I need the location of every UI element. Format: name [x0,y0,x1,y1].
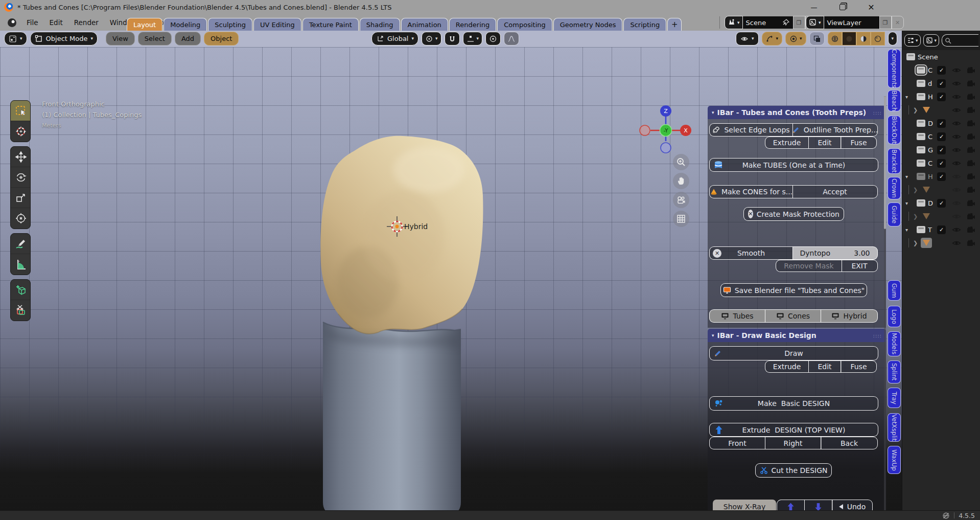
shading-wireframe-button[interactable] [828,32,842,46]
tab-components[interactable]: Components [888,49,901,88]
tab-logo[interactable]: Logo [888,306,901,327]
panel-tooth-preps-header[interactable]: ▾ IBar - Tubes and Cones (Tooth Preps) :… [708,106,886,119]
tooth-model[interactable] [307,129,496,510]
exclude-checkbox[interactable]: ✓ [937,225,946,234]
eye-closed-icon[interactable] [952,173,961,180]
outliner-search-input[interactable] [942,34,978,47]
eye-icon[interactable] [952,240,961,246]
pin-icon[interactable] [782,18,790,27]
camera-icon[interactable] [967,133,975,140]
outliner-row-collection[interactable]: ▾ H ✓ [902,90,980,103]
shading-solid-button[interactable] [842,32,856,46]
camera-icon[interactable] [967,80,975,87]
camera-icon[interactable] [967,187,975,193]
expand-chevron-icon[interactable]: ▾ [905,94,908,100]
new-scene-button[interactable]: ❐ [793,16,805,29]
fuse-button-2[interactable]: Fuse [841,360,877,373]
exclude-checkbox[interactable]: ✓ [937,119,946,128]
remove-mask-button[interactable]: Remove Mask [776,260,842,272]
expand-chevron-icon[interactable]: ❯ [913,240,918,246]
camera-icon[interactable] [967,173,975,180]
camera-icon[interactable] [967,227,975,233]
add-workspace-button[interactable]: + [667,18,682,31]
visibility-dropdown[interactable]: ▾ [736,32,759,46]
eye-closed-icon[interactable] [952,200,961,207]
eye-icon[interactable] [952,133,961,140]
camera-view-button[interactable] [673,192,689,208]
exclude-checkbox[interactable]: ✓ [937,93,946,101]
eye-icon[interactable] [952,160,961,167]
object-menu[interactable]: Object [204,32,239,46]
delete-viewlayer-button[interactable]: ✕ [892,16,904,29]
eye-closed-icon[interactable] [952,213,961,220]
tab-shading[interactable]: Shading [360,18,400,31]
eye-icon[interactable] [952,147,961,153]
camera-icon[interactable] [967,67,975,74]
viewlayer-browse-button[interactable]: ▾ [806,16,824,29]
tool-transform[interactable] [11,208,31,229]
viewlayer-name-field[interactable]: ViewLayer [824,16,879,29]
eye-icon[interactable] [952,80,961,87]
exit-button[interactable]: EXIT [842,260,878,272]
proportional-falloff-dropdown[interactable] [504,32,519,46]
tab-rendering[interactable]: Rendering [449,18,496,31]
tab-bracket[interactable]: Bracket [888,148,901,174]
tool-cut[interactable] [11,300,31,321]
outline-tooth-prep-button[interactable]: Outlline Tooth Prep... [792,123,878,137]
eye-icon[interactable] [952,67,961,74]
camera-icon[interactable] [967,200,975,207]
dyntopo-slider[interactable]: Dyntopo 3.00 [792,246,878,260]
outliner-row-collection[interactable]: ▾ D ✓ [902,196,980,210]
edit-button-2[interactable]: Edit [808,360,842,373]
camera-icon[interactable] [967,240,975,246]
eye-icon[interactable] [952,107,961,114]
shading-rendered-button[interactable] [871,32,885,46]
exclude-checkbox[interactable]: ✓ [937,146,946,154]
eye-icon[interactable] [952,227,961,233]
undo-button[interactable]: Undo [832,500,873,510]
tab-guide[interactable]: Guide [888,202,901,227]
blender-menu-icon[interactable] [8,18,16,27]
front-button[interactable]: Front [709,437,765,449]
tab-vetxsplit[interactable]: VetXsplit [888,413,901,442]
select-menu[interactable]: Select [138,32,172,46]
outliner-row-collection[interactable]: G ✓ [902,143,980,156]
exclude-checkbox[interactable]: ✓ [937,66,946,75]
outliner-row-mesh[interactable]: ❯ [902,210,980,223]
viewport-3d[interactable]: Hybrid Front Orthographic (1) Collection… [0,47,902,510]
overlays-dropdown[interactable]: ▾ [785,32,806,46]
outliner-row-collection[interactable]: C ✓ [902,130,980,143]
perspective-toggle-button[interactable] [673,211,689,227]
xray-toggle[interactable] [809,32,825,46]
tool-annotate[interactable] [11,234,31,254]
tab-tray[interactable]: Tray [888,388,901,408]
hybrid-toggle[interactable]: Hybrid [821,309,878,323]
menu-edit[interactable]: Edit [44,14,68,31]
outliner-row-mesh[interactable]: ❯ [902,103,980,117]
editor-type-dropdown[interactable]: ▾ [4,32,27,46]
select-edge-loops-button[interactable]: Select Edge Loops [709,123,793,137]
make-cones-button[interactable]: Make CONES for s... [709,185,793,198]
extrude-button-1[interactable]: Extrude [765,137,809,149]
tab-modeling[interactable]: Modeling [164,18,207,31]
tab-splint[interactable]: Splint [888,360,901,383]
cut-design-button[interactable]: Cut the DESIGN [755,463,832,478]
outliner-row-collection[interactable]: D ✓ [902,117,980,130]
mode-dropdown[interactable]: Object Mode ▾ [30,32,98,46]
move-down-button[interactable] [804,500,833,510]
move-up-button[interactable] [777,500,805,510]
tab-layout[interactable]: Layout [127,18,162,31]
scene-name-field[interactable]: Scene [743,16,793,29]
exclude-checkbox[interactable]: ✓ [937,172,946,181]
camera-icon[interactable] [967,147,975,153]
extrude-button-2[interactable]: Extrude [765,360,809,373]
outliner-row-mesh-selected[interactable]: ❯ [902,236,980,250]
add-menu[interactable]: Add [175,32,201,46]
pivot-point-dropdown[interactable]: ▾ [422,32,441,46]
tab-texture-paint[interactable]: Texture Paint [302,18,359,31]
eye-icon[interactable] [952,120,961,127]
camera-icon[interactable] [967,213,975,220]
tool-scale[interactable] [11,188,31,208]
panel-drag-handle[interactable]: :::: [873,333,882,338]
menu-render[interactable]: Render [68,14,104,31]
